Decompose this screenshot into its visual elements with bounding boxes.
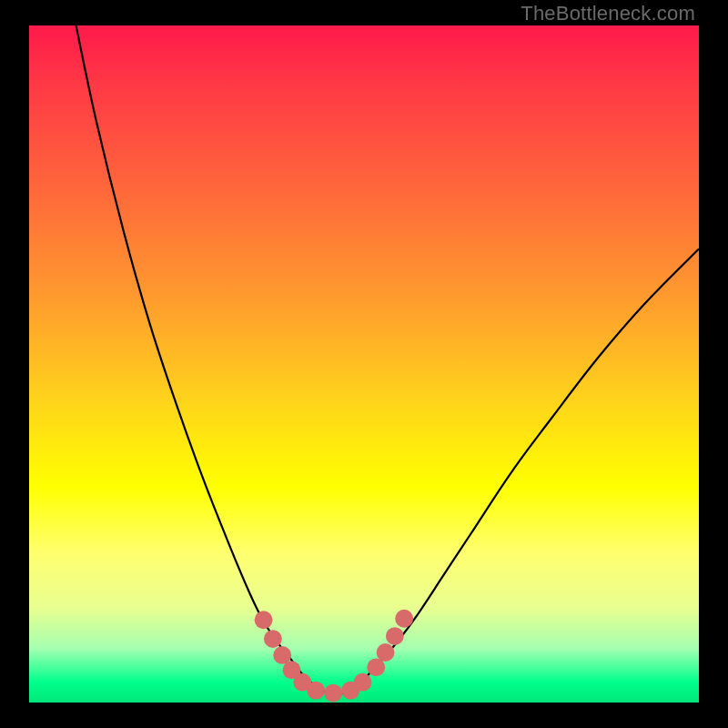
marker-dot [354,673,372,692]
marker-dot [324,684,342,703]
marker-dot [377,643,395,662]
marker-dot [255,611,273,629]
curve-left-curve [76,25,338,696]
curves-layer [0,0,728,728]
marker-dot [264,630,282,648]
marker-dot [367,658,385,676]
marker-dot [273,646,291,664]
marker-dot [307,682,325,700]
marker-dot [386,627,404,645]
chart-frame: TheBottleneck.com [0,0,728,728]
marker-dot [395,610,413,628]
